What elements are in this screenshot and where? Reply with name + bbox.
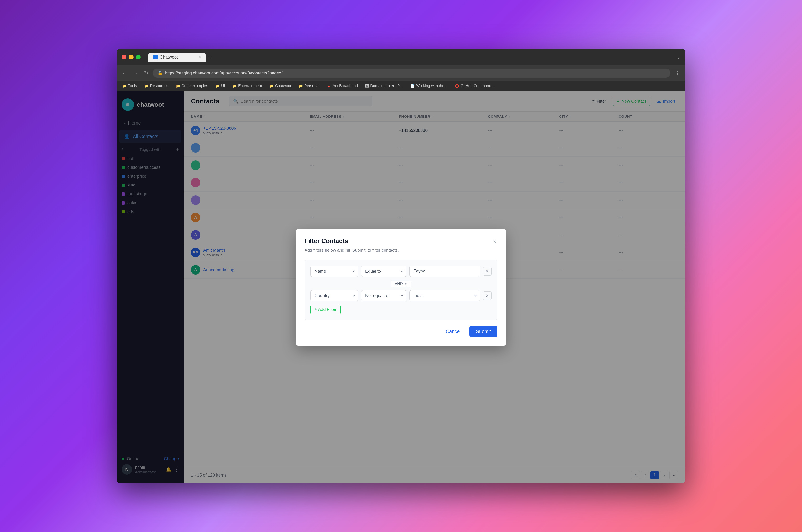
filter1-operator-select[interactable]: Equal to Not equal to Contains Does not … — [361, 266, 406, 277]
browser-nav: ← → ↻ 🔒 https://staging.chatwoot.com/app… — [117, 65, 685, 81]
filter1-value-input[interactable] — [409, 266, 480, 277]
filter2-value-select[interactable]: India United States United Kingdom Other — [409, 290, 480, 301]
and-connector[interactable]: AND ▼ — [391, 281, 412, 287]
and-label: AND — [395, 282, 403, 286]
modal-subtitle: Add filters below and hit 'Submit' to fi… — [305, 248, 497, 253]
folder-icon: 📁 — [122, 84, 127, 88]
filter-section: Name Email Phone Company City Country Eq… — [305, 260, 497, 320]
app-area: chatwoot ‹ Home 👤 All Contacts # Tagged … — [117, 91, 685, 483]
doc-icon: 📄 — [410, 84, 415, 88]
bookmark-resources[interactable]: 📁 Resources — [142, 83, 170, 89]
modal-title: Filter Contacts — [305, 238, 348, 245]
bookmark-label: Entertainment — [238, 84, 262, 88]
bookmark-act-broadband[interactable]: 🔺 Act Broadband — [325, 83, 360, 89]
traffic-lights — [121, 55, 141, 59]
modal-overlay[interactable]: Filter Contacts × Add filters below and … — [117, 91, 685, 483]
submit-button[interactable]: Submit — [469, 326, 497, 337]
minimize-traffic-light[interactable] — [129, 55, 134, 59]
bookmark-label: Code examples — [182, 84, 208, 88]
bookmark-working-with[interactable]: 📄 Working with the... — [409, 83, 449, 89]
modal-close-button[interactable]: × — [492, 238, 497, 246]
bookmark-label: Resources — [150, 84, 168, 88]
tab-close-icon[interactable]: × — [199, 55, 201, 59]
chevron-down-icon: ▼ — [404, 282, 407, 286]
filter-and-row: AND ▼ — [310, 281, 492, 287]
tab-label: Chatwoot — [160, 55, 178, 60]
forward-button[interactable]: → — [132, 69, 140, 78]
tab-favicon: C — [153, 55, 158, 59]
bookmark-label: Domainprinter - fr... — [370, 84, 403, 88]
bookmark-label: GitHub Command... — [460, 84, 494, 88]
browser-titlebar: C Chatwoot × + ⌄ — [117, 49, 685, 65]
bookmark-label: Chatwoot — [275, 84, 291, 88]
close-traffic-light[interactable] — [121, 55, 126, 59]
folder-icon: 📁 — [145, 84, 149, 88]
more-options-button[interactable]: ⋮ — [673, 69, 681, 78]
lock-icon: 🔒 — [157, 71, 163, 76]
github-icon: ⭕ — [455, 84, 459, 88]
d-icon: 🅳 — [365, 84, 369, 88]
filter2-field-select[interactable]: Name Email Phone Company City Country — [310, 290, 358, 301]
reload-button[interactable]: ↻ — [142, 69, 150, 78]
new-tab-button[interactable]: + — [207, 53, 214, 61]
bookmark-label: UI — [221, 84, 225, 88]
modal-footer: Cancel Submit — [305, 326, 497, 337]
folder-icon: 📁 — [216, 84, 220, 88]
bookmark-tools[interactable]: 📁 Tools — [121, 83, 139, 89]
url-text: https://staging.chatwoot.com/app/account… — [165, 71, 666, 76]
act-icon: 🔺 — [327, 84, 331, 88]
folder-icon: 📁 — [299, 84, 303, 88]
filter-row-1: Name Email Phone Company City Country Eq… — [310, 266, 492, 277]
bookmark-domainprinter[interactable]: 🅳 Domainprinter - fr... — [363, 83, 405, 89]
address-bar[interactable]: 🔒 https://staging.chatwoot.com/app/accou… — [153, 69, 670, 78]
cancel-button[interactable]: Cancel — [441, 326, 465, 337]
folder-icon: 📁 — [270, 84, 274, 88]
bookmark-ui[interactable]: 📁 UI — [214, 83, 227, 89]
back-button[interactable]: ← — [121, 69, 129, 78]
filter1-field-select[interactable]: Name Email Phone Company City Country — [310, 266, 358, 277]
bookmark-code-examples[interactable]: 📁 Code examples — [174, 83, 210, 89]
filter-contacts-modal: Filter Contacts × Add filters below and … — [296, 229, 506, 346]
bookmark-personal[interactable]: 📁 Personal — [297, 83, 321, 89]
bookmark-label: Working with the... — [416, 84, 447, 88]
maximize-traffic-light[interactable] — [136, 55, 141, 59]
modal-header: Filter Contacts × — [305, 238, 497, 246]
bookmark-chatwoot[interactable]: 📁 Chatwoot — [268, 83, 293, 89]
bookmark-github[interactable]: ⭕ GitHub Command... — [453, 83, 496, 89]
window-minimize-icon[interactable]: ⌄ — [676, 54, 681, 60]
bookmark-label: Tools — [128, 84, 137, 88]
folder-icon: 📁 — [176, 84, 180, 88]
filter-row-2: Name Email Phone Company City Country Eq… — [310, 290, 492, 301]
filter2-clear-button[interactable]: × — [483, 291, 492, 300]
folder-icon: 📁 — [233, 84, 237, 88]
filter2-operator-select[interactable]: Equal to Not equal to Contains Does not … — [361, 290, 406, 301]
filter1-clear-button[interactable]: × — [483, 267, 492, 276]
bookmark-entertainment[interactable]: 📁 Entertainment — [231, 83, 264, 89]
active-tab[interactable]: C Chatwoot × — [148, 53, 206, 62]
browser-tabs: C Chatwoot × + — [148, 53, 214, 62]
bookmark-label: Personal — [304, 84, 319, 88]
add-filter-button[interactable]: + Add Filter — [310, 305, 341, 314]
bookmark-label: Act Broadband — [332, 84, 358, 88]
bookmarks-bar: 📁 Tools 📁 Resources 📁 Code examples 📁 UI… — [117, 81, 685, 91]
